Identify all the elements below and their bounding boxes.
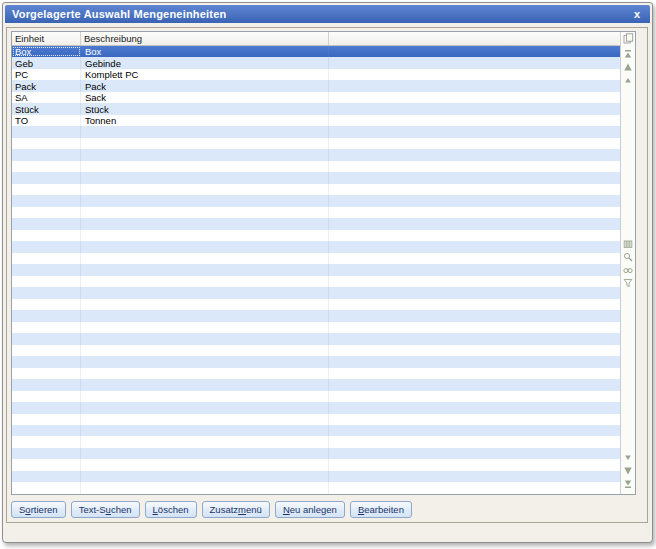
cell-beschreibung: Box bbox=[81, 46, 329, 57]
scroll-first-icon[interactable] bbox=[623, 48, 634, 59]
cell-empty bbox=[329, 69, 620, 80]
cell-einheit: Box bbox=[12, 46, 81, 57]
table-row-empty[interactable] bbox=[12, 126, 620, 137]
table-row-empty[interactable] bbox=[12, 448, 620, 459]
cell-beschreibung bbox=[81, 207, 329, 218]
table-row-empty[interactable] bbox=[12, 333, 620, 344]
rail-group-top bbox=[621, 48, 635, 85]
cell-empty bbox=[329, 333, 620, 344]
table-row-empty[interactable] bbox=[12, 414, 620, 425]
table-row-empty[interactable] bbox=[12, 425, 620, 436]
cell-einheit bbox=[12, 368, 81, 379]
table-row-empty[interactable] bbox=[12, 253, 620, 264]
table-row-empty[interactable] bbox=[12, 436, 620, 447]
table-row[interactable]: BoxBox bbox=[12, 46, 620, 57]
cell-einheit bbox=[12, 276, 81, 287]
cell-beschreibung bbox=[81, 322, 329, 333]
content-panel: Einheit Beschreibung BoxBoxGebGebindePCK… bbox=[6, 27, 648, 523]
table-row-empty[interactable] bbox=[12, 345, 620, 356]
cell-empty bbox=[329, 345, 620, 356]
table-row-empty[interactable] bbox=[12, 207, 620, 218]
table-row-empty[interactable] bbox=[12, 391, 620, 402]
table-row-empty[interactable] bbox=[12, 218, 620, 229]
table-body[interactable]: BoxBoxGebGebindePCKomplett PCPackPackSAS… bbox=[12, 46, 620, 494]
table-row-empty[interactable] bbox=[12, 149, 620, 160]
table-row-empty[interactable] bbox=[12, 276, 620, 287]
scroll-up-small-icon[interactable] bbox=[623, 74, 634, 85]
cell-einheit bbox=[12, 172, 81, 183]
table-row-empty[interactable] bbox=[12, 299, 620, 310]
cell-beschreibung bbox=[81, 414, 329, 425]
cell-beschreibung bbox=[81, 138, 329, 149]
table-row-empty[interactable] bbox=[12, 138, 620, 149]
button-sortieren[interactable]: Sortieren bbox=[11, 501, 66, 518]
column-header-beschreibung[interactable]: Beschreibung bbox=[81, 32, 329, 45]
table-row-empty[interactable] bbox=[12, 482, 620, 493]
cell-empty bbox=[329, 241, 620, 252]
scroll-down-small-icon[interactable] bbox=[623, 452, 634, 463]
table-row-empty[interactable] bbox=[12, 287, 620, 298]
cell-beschreibung bbox=[81, 172, 329, 183]
cell-einheit bbox=[12, 322, 81, 333]
cell-beschreibung bbox=[81, 161, 329, 172]
cell-empty bbox=[329, 356, 620, 367]
table-row-empty[interactable] bbox=[12, 356, 620, 367]
scroll-down-icon[interactable] bbox=[623, 465, 634, 476]
table-row-empty[interactable] bbox=[12, 368, 620, 379]
button-bearbeiten[interactable]: Bearbeiten bbox=[350, 501, 412, 518]
copy-icon[interactable] bbox=[623, 33, 634, 44]
binoculars-icon[interactable] bbox=[623, 264, 634, 275]
close-icon[interactable]: x bbox=[631, 8, 643, 20]
rail-group-header bbox=[621, 33, 635, 44]
table-row-empty[interactable] bbox=[12, 172, 620, 183]
button-neu-anlegen[interactable]: Neu anlegen bbox=[275, 501, 345, 518]
cell-empty bbox=[329, 299, 620, 310]
table-row-empty[interactable] bbox=[12, 310, 620, 321]
table-row-empty[interactable] bbox=[12, 230, 620, 241]
table-row[interactable]: TOTonnen bbox=[12, 115, 620, 126]
cell-empty bbox=[329, 459, 620, 470]
cell-empty bbox=[329, 322, 620, 333]
rail-group-bot bbox=[621, 452, 635, 489]
cell-empty bbox=[329, 482, 620, 493]
button-text-suchen[interactable]: Text-Suchen bbox=[71, 501, 140, 518]
table-row-empty[interactable] bbox=[12, 402, 620, 413]
table-row-empty[interactable] bbox=[12, 322, 620, 333]
cell-einheit bbox=[12, 299, 81, 310]
scroll-last-icon[interactable] bbox=[623, 478, 634, 489]
cell-einheit: Pack bbox=[12, 80, 81, 91]
table-row[interactable]: GebGebinde bbox=[12, 57, 620, 68]
cell-empty bbox=[329, 57, 620, 68]
titlebar[interactable]: Vorgelagerte Auswahl Mengeneinheiten x bbox=[5, 5, 650, 23]
cell-beschreibung bbox=[81, 345, 329, 356]
column-header-einheit[interactable]: Einheit bbox=[12, 32, 81, 45]
filter-icon[interactable] bbox=[623, 277, 634, 288]
table-row[interactable]: StückStück bbox=[12, 103, 620, 114]
grid-columns-icon[interactable] bbox=[623, 238, 634, 249]
scroll-up-icon[interactable] bbox=[623, 61, 634, 72]
search-icon[interactable] bbox=[623, 251, 634, 262]
cell-beschreibung bbox=[81, 425, 329, 436]
cell-empty bbox=[329, 253, 620, 264]
table-row-empty[interactable] bbox=[12, 471, 620, 482]
cell-einheit bbox=[12, 391, 81, 402]
table-row-empty[interactable] bbox=[12, 264, 620, 275]
table-row-empty[interactable] bbox=[12, 161, 620, 172]
button-l-schen[interactable]: Löschen bbox=[145, 501, 197, 518]
table-row-empty[interactable] bbox=[12, 379, 620, 390]
cell-beschreibung bbox=[81, 195, 329, 206]
cell-beschreibung bbox=[81, 459, 329, 470]
table-row-empty[interactable] bbox=[12, 459, 620, 470]
table-row[interactable]: SASack bbox=[12, 92, 620, 103]
cell-empty bbox=[329, 448, 620, 459]
cell-beschreibung: Pack bbox=[81, 80, 329, 91]
table-row[interactable]: PCKomplett PC bbox=[12, 69, 620, 80]
button-row: SortierenText-SuchenLöschenZusatzmenüNeu… bbox=[11, 501, 412, 518]
cell-beschreibung bbox=[81, 356, 329, 367]
table-row-empty[interactable] bbox=[12, 184, 620, 195]
table-row-empty[interactable] bbox=[12, 195, 620, 206]
cell-empty bbox=[329, 46, 620, 57]
table-row-empty[interactable] bbox=[12, 241, 620, 252]
table-row[interactable]: PackPack bbox=[12, 80, 620, 91]
button-zusatzmen-[interactable]: Zusatzmenü bbox=[202, 501, 270, 518]
